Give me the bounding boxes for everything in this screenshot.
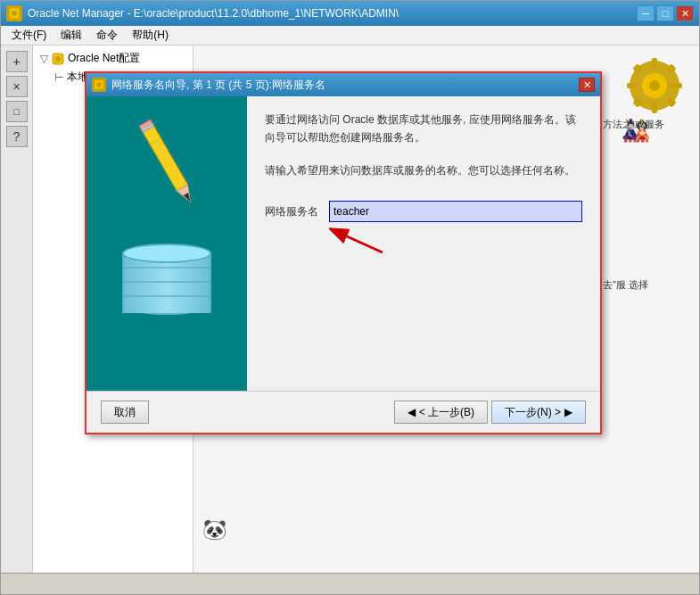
dialog-content: 要通过网络访问 Oracle 数据库或其他服务, 应使用网络服务名。该向导可以帮… [247,96,600,391]
mascot-bottom-icon: 🐼 [202,518,226,541]
status-bar [1,573,699,594]
footer-right: ◀ < 上一步(B) 下一步(N) > ▶ [394,401,586,424]
svg-rect-8 [652,103,657,113]
svg-point-16 [97,83,102,87]
tree-expand-icon: ▽ [40,53,48,65]
dialog-titlebar: 网络服务名向导, 第 1 页 (共 5 页):网络服务名 ✕ [86,73,600,96]
dialog-body: 要通过网络访问 Oracle 数据库或其他服务, 应使用网络服务名。该向导可以帮… [86,96,600,391]
svg-point-3 [55,56,61,62]
prev-button[interactable]: ◀ < 上一步(B) [394,401,488,424]
help-button[interactable]: ? [6,126,28,147]
menu-edit[interactable]: 编辑 [54,26,89,45]
arrow-indicator [329,226,400,261]
dialog-footer: 取消 ◀ < 上一步(B) 下一步(N) > ▶ [86,391,600,433]
gear-decoration [623,54,686,120]
menu-command[interactable]: 命令 [89,26,125,45]
svg-line-24 [347,236,383,252]
database-icon [122,244,211,315]
dialog-close-button[interactable]: ✕ [579,78,595,92]
title-controls: ─ □ ✕ [637,5,694,21]
svg-point-1 [12,11,17,16]
prev-icon: ◀ [408,406,416,418]
svg-rect-17 [141,123,187,191]
footer-left: 取消 [101,401,149,424]
dialog-desc2: 请输入希望用来访问数据库或服务的名称。您可以选择任何名称。 [265,161,582,179]
service-name-row: 网络服务名 [265,201,582,222]
dialog-desc1: 要通过网络访问 Oracle 数据库或其他服务, 应使用网络服务名。该向导可以帮… [265,111,582,147]
remove-button[interactable]: × [6,76,28,97]
next-label: 下一步(N) > [505,405,561,420]
service-name-input[interactable] [329,201,582,222]
edit-button[interactable]: □ [6,101,28,122]
dialog-illustration [86,96,247,391]
arrow-container [329,226,582,264]
right-hint-2: 去"服 选择 [603,277,692,293]
menu-help[interactable]: 帮助(H) [125,26,176,45]
tree-root[interactable]: ▽ Oracle Net配置 [37,49,189,68]
next-button[interactable]: 下一步(N) > ▶ [491,401,586,424]
service-name-label: 网络服务名 [265,204,329,219]
dialog-title: 网络服务名向导, 第 1 页 (共 5 页):网络服务名 [111,78,579,93]
tree-local-icon: ⊢ [54,71,63,84]
pencil-illustration [136,110,207,217]
left-toolbar: + × □ ? [1,45,33,573]
title-bar: Oracle Net Manager - E:\oracle\product\1… [1,1,699,26]
add-button[interactable]: + [6,51,28,72]
oracle-icon [52,53,64,65]
window-title: Oracle Net Manager - E:\oracle\product\1… [28,7,637,20]
next-icon: ▶ [564,406,572,418]
maximize-button[interactable]: □ [656,5,674,21]
minimize-button[interactable]: ─ [637,5,655,21]
svg-rect-10 [671,83,682,88]
app-icon [6,5,22,21]
menu-file[interactable]: 文件(F) [4,26,54,45]
close-button[interactable]: ✕ [676,5,694,21]
svg-point-6 [649,80,660,91]
svg-rect-9 [627,83,638,88]
right-hint-1: 方法之 或服务 [603,117,692,133]
dialog-icon [92,78,106,92]
cancel-button[interactable]: 取消 [101,401,149,424]
wizard-dialog: 网络服务名向导, 第 1 页 (共 5 页):网络服务名 ✕ [85,71,602,434]
svg-rect-7 [652,58,657,69]
prev-label: < 上一步(B) [419,405,474,420]
menu-bar: 文件(F) 编辑 命令 帮助(H) [1,26,699,45]
tree-root-label: Oracle Net配置 [68,51,140,66]
